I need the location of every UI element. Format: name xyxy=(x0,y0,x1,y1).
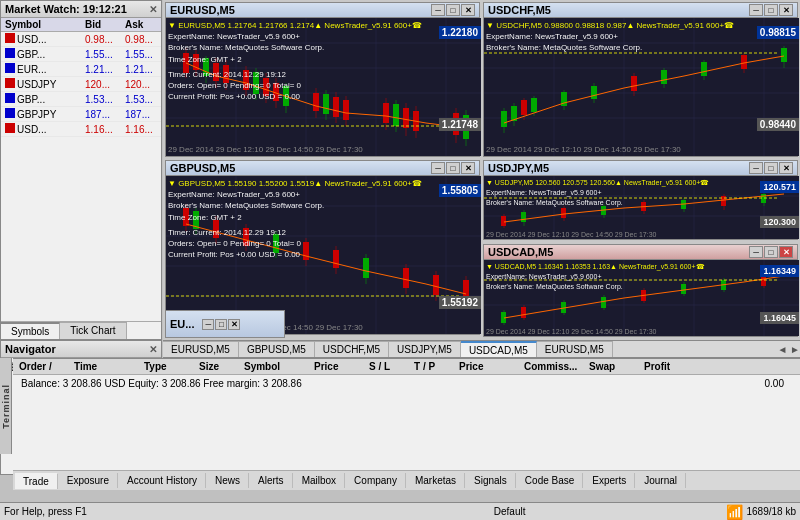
close-button[interactable]: ✕ xyxy=(779,246,793,258)
svg-rect-148 xyxy=(521,307,526,318)
close-button[interactable]: ✕ xyxy=(779,162,793,174)
chart-usdjpy[interactable]: USDJPY,M5 ─ □ ✕ xyxy=(483,160,798,240)
term-tab-company[interactable]: Company xyxy=(346,473,406,488)
chart-tab-usdjpy[interactable]: USDJPY,M5 xyxy=(389,341,461,357)
svg-rect-34 xyxy=(333,97,339,117)
symbol-icon xyxy=(5,33,15,43)
status-default: Default xyxy=(494,506,526,517)
chart-mini-eu[interactable]: EU... ─ □ ✕ xyxy=(165,310,285,338)
svg-rect-60 xyxy=(501,111,507,127)
svg-rect-74 xyxy=(661,70,667,84)
symbol-icon xyxy=(5,63,15,73)
chart-usdchf[interactable]: USDCHF,M5 ─ □ ✕ xyxy=(483,2,798,157)
svg-rect-16 xyxy=(213,63,219,81)
close-button[interactable]: ✕ xyxy=(779,4,793,16)
tab-scroll-arrows[interactable]: ◄ ► xyxy=(777,344,800,355)
market-row[interactable]: GBPJPY 187... 187... xyxy=(1,107,161,122)
restore-button[interactable]: □ xyxy=(446,4,460,16)
symbol-icon xyxy=(5,108,15,118)
close-button[interactable]: ✕ xyxy=(228,319,240,330)
minimize-button[interactable]: ─ xyxy=(749,246,763,258)
restore-button[interactable]: □ xyxy=(764,246,778,258)
navigator-close[interactable]: ✕ xyxy=(149,344,157,355)
status-info: 📶 1689/18 kb xyxy=(726,504,797,520)
svg-rect-110 xyxy=(433,275,439,295)
chart-tab-eurusd2[interactable]: EURUSD,M5 xyxy=(537,341,613,357)
minimize-button[interactable]: ─ xyxy=(431,4,445,16)
market-row[interactable]: USDJPY 120... 120... xyxy=(1,77,161,92)
chart-svg xyxy=(484,18,799,156)
market-row[interactable]: EUR... 1.21... 1.21... xyxy=(1,62,161,77)
symbol-icon xyxy=(5,78,15,88)
svg-rect-20 xyxy=(243,70,249,90)
chart-gbpusd[interactable]: GBPUSD,M5 ─ □ ✕ xyxy=(165,160,480,335)
term-tab-news[interactable]: News xyxy=(207,473,249,488)
chart-controls: ─ □ ✕ xyxy=(431,162,475,174)
market-watch-close[interactable]: ✕ xyxy=(149,4,157,15)
status-bar: For Help, press F1 Default 📶 1689/18 kb xyxy=(0,502,800,520)
status-help-text: For Help, press F1 xyxy=(4,506,294,517)
chart-usdcad[interactable]: USDCAD,M5 ─ □ ✕ xyxy=(483,244,798,337)
chart-eurusd[interactable]: EURUSD,M5 ─ □ ✕ xyxy=(165,2,480,157)
restore-button[interactable]: □ xyxy=(446,162,460,174)
tab-tick-chart[interactable]: Tick Chart xyxy=(60,322,126,339)
term-tab-experts[interactable]: Experts xyxy=(584,473,635,488)
svg-rect-40 xyxy=(393,104,399,126)
market-row[interactable]: GBP... 1.55... 1.55... xyxy=(1,47,161,62)
svg-rect-96 xyxy=(213,220,219,238)
minimize-button[interactable]: ─ xyxy=(749,4,763,16)
terminal-area: Order / Time Type Size Symbol Price S / … xyxy=(13,358,800,490)
chart-tab-gbpusd[interactable]: GBPUSD,M5 xyxy=(239,341,315,357)
market-row[interactable]: USD... 0.98... 0.98... xyxy=(1,32,161,47)
chart-eurusd-titlebar: EURUSD,M5 ─ □ ✕ xyxy=(166,3,479,18)
close-button[interactable]: ✕ xyxy=(461,162,475,174)
svg-rect-106 xyxy=(363,258,369,278)
chart-tab-usdcad[interactable]: USDCAD,M5 xyxy=(461,341,537,357)
term-tab-exposure[interactable]: Exposure xyxy=(59,473,118,488)
minimize-button[interactable]: ─ xyxy=(431,162,445,174)
chart-usdchf-price: 0.98815 xyxy=(757,26,799,39)
svg-rect-160 xyxy=(761,276,766,286)
term-tab-mailbox[interactable]: Mailbox xyxy=(294,473,345,488)
symbol-icon xyxy=(5,48,15,58)
svg-rect-32 xyxy=(323,94,329,114)
term-tab-codebase[interactable]: Code Base xyxy=(517,473,583,488)
svg-rect-102 xyxy=(303,242,309,260)
chart-usdjpy-price2: 120.300 xyxy=(760,216,799,228)
chart-usdcad-titlebar: USDCAD,M5 ─ □ ✕ xyxy=(484,245,797,260)
svg-rect-156 xyxy=(681,284,686,294)
svg-rect-18 xyxy=(223,65,229,83)
chart-eurusd-body: ▼ EURUSD,M5 1.21764 1.21766 1.2174▲ News… xyxy=(166,18,481,156)
term-tab-alerts[interactable]: Alerts xyxy=(250,473,293,488)
svg-rect-98 xyxy=(243,228,249,246)
minimize-button[interactable]: ─ xyxy=(202,319,214,330)
svg-rect-50 xyxy=(484,18,799,156)
svg-rect-76 xyxy=(701,62,707,76)
chart-controls: ─ □ ✕ xyxy=(749,246,793,258)
close-button[interactable]: ✕ xyxy=(461,4,475,16)
restore-button[interactable]: □ xyxy=(764,4,778,16)
chart-gbpusd-price2: 1.55192 xyxy=(439,296,481,309)
market-row[interactable]: USD... 1.16... 1.16... xyxy=(1,122,161,137)
term-tab-journal[interactable]: Journal xyxy=(636,473,686,488)
restore-button[interactable]: □ xyxy=(764,162,778,174)
term-tab-signals[interactable]: Signals xyxy=(466,473,516,488)
market-watch-title: Market Watch: 19:12:21 ✕ xyxy=(1,1,161,18)
chart-gbpusd-titlebar: GBPUSD,M5 ─ □ ✕ xyxy=(166,161,479,176)
svg-rect-64 xyxy=(521,100,527,115)
symbol-icon xyxy=(5,123,15,133)
tab-symbols[interactable]: Symbols xyxy=(1,322,60,339)
chart-usdchf-price2: 0.98440 xyxy=(757,118,799,131)
chart-usdchf-dates: 29 Dec 2014 29 Dec 12:10 29 Dec 14:50 29… xyxy=(486,145,681,154)
symbol-icon xyxy=(5,93,15,103)
market-row[interactable]: GBP... 1.53... 1.53... xyxy=(1,92,161,107)
minimize-button[interactable]: ─ xyxy=(749,162,763,174)
svg-rect-100 xyxy=(273,234,279,253)
chart-tab-usdchf[interactable]: USDCHF,M5 xyxy=(315,341,389,357)
chart-usdchf-titlebar: USDCHF,M5 ─ □ ✕ xyxy=(484,3,797,18)
term-tab-account-history[interactable]: Account History xyxy=(119,473,206,488)
term-tab-trade[interactable]: Trade xyxy=(15,473,58,489)
restore-button[interactable]: □ xyxy=(215,319,227,330)
chart-tab-eurusd[interactable]: EURUSD,M5 xyxy=(163,341,239,357)
term-tab-marketas[interactable]: Marketas xyxy=(407,473,465,488)
